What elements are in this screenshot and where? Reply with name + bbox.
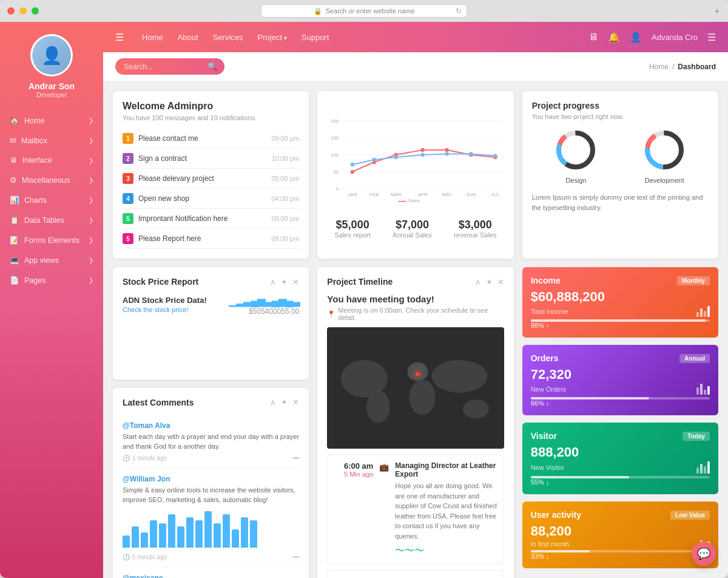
sidebar-label-home: Home	[24, 117, 44, 125]
new-tab-icon[interactable]: +	[715, 6, 720, 16]
sidebar-user-role: Developer	[36, 91, 67, 98]
search-box[interactable]: 🔍	[115, 58, 224, 75]
top-nav: ☰ Home About Services Project Support 🖥 …	[103, 22, 728, 52]
chevron-icon: ❯	[89, 137, 93, 144]
menu-icon[interactable]: ☰	[707, 32, 716, 43]
topnav-about[interactable]: About	[178, 33, 198, 42]
user-icon[interactable]: 👤	[630, 32, 642, 43]
topnav-home[interactable]: Home	[142, 33, 163, 42]
orders-trend: 66% ↓	[531, 399, 710, 407]
orders-bars	[696, 384, 710, 395]
sidebar-item-appviews[interactable]: 💻 App views ❯	[0, 250, 103, 270]
sidebar-item-forms[interactable]: 📝 Forms Elements ❯	[0, 230, 103, 250]
svg-point-27	[421, 153, 425, 157]
meeting-sub: 📍 Meeting is on 6:00am. Check your sched…	[327, 307, 504, 321]
sidebar-label-appviews: App views	[24, 256, 59, 265]
sales-stat-3: $3,000 revenue Sales	[454, 219, 496, 239]
comment-dots-1[interactable]: •••	[293, 455, 300, 461]
comment-author-2[interactable]: @William Jon	[123, 475, 170, 483]
monitor-icon[interactable]: 🖥	[588, 32, 598, 42]
svg-text:200: 200	[331, 118, 340, 124]
bar-mini	[159, 523, 166, 548]
url-icon: 🔒	[314, 7, 322, 15]
visitor-header: Visitor Today	[531, 431, 710, 441]
app-layout: 👤 Andrar Son Developer 🏠 Home ❯ ✉ Mailbo…	[0, 22, 728, 578]
refresh-icon[interactable]: ↻	[456, 7, 462, 15]
sidebar-item-pages[interactable]: 📄 Pages ❯	[0, 270, 103, 290]
url-bar[interactable]: 🔒 Search or enter website name ↻	[261, 4, 467, 18]
comment-author-3[interactable]: @mexicano	[123, 574, 163, 578]
wrench-icon[interactable]: ✦	[281, 398, 288, 407]
income-trend: 98% ↑	[531, 322, 710, 329]
notification-item: 5 Please Report here 09:00 pm	[123, 229, 299, 249]
topnav-username: Advanda Cro	[652, 33, 698, 42]
svg-text:FEB: FEB	[369, 192, 379, 197]
close-icon[interactable]: ✕	[497, 277, 504, 287]
svg-point-43	[366, 390, 389, 423]
comment-time-1: 🕐 1 minuts ago •••	[123, 455, 299, 461]
close-button[interactable]	[7, 7, 15, 15]
sidebar-label-misc: Miscellaneous	[22, 176, 70, 185]
chevron-up-icon[interactable]: ∧	[475, 277, 481, 287]
sidebar-item-mailbox[interactable]: ✉ Mailbox ❯	[0, 131, 103, 151]
bar-mini	[177, 526, 184, 548]
topnav-support[interactable]: Support	[302, 33, 329, 42]
breadcrumb-home[interactable]: Home	[649, 63, 669, 71]
sidebar-item-home[interactable]: 🏠 Home ❯	[0, 110, 103, 131]
stock-link[interactable]: Check the stock price!	[123, 306, 188, 313]
comment-text-2: Simple & easy online tools to increase t…	[123, 485, 299, 505]
visitor-trend: 55% ↓	[531, 478, 710, 486]
notification-item: 3 Please delevary project 05:00 pm	[123, 169, 299, 189]
wrench-icon[interactable]: ✦	[281, 277, 288, 287]
comments-title: Latest Comments	[123, 398, 194, 407]
orders-amount: 72,320	[531, 367, 710, 382]
notif-time: 04:00 pm	[271, 195, 299, 202]
development-donut-chart	[643, 129, 686, 171]
clock-icon-2: 🕐	[123, 554, 130, 560]
briefcase-icon: 💼	[379, 463, 389, 472]
comment-author-1[interactable]: @Toman Alva	[123, 421, 170, 430]
svg-point-29	[470, 152, 473, 155]
chevron-up-icon[interactable]: ∧	[270, 277, 276, 287]
sidebar-label-pages: Pages	[24, 276, 46, 285]
svg-text:MAY: MAY	[442, 192, 453, 197]
orders-card: Orders Annual 72,320 New Orders	[522, 345, 718, 415]
url-text: Search or enter website name	[326, 7, 415, 15]
search-input[interactable]	[124, 63, 203, 71]
mailbox-icon: ✉	[10, 136, 16, 145]
hamburger-icon[interactable]: ☰	[115, 32, 124, 43]
sales-card: 200 150 100 50 0 JAN FEB MAR APR MAY JUN	[317, 91, 513, 259]
chat-fab[interactable]: 💬	[692, 542, 716, 566]
notif-badge: 3	[123, 173, 133, 184]
sidebar-item-interface[interactable]: 🖥 Interface ❯	[0, 151, 103, 170]
maximize-button[interactable]	[32, 7, 39, 15]
svg-text:0: 0	[336, 186, 339, 192]
sidebar-label-datatables: Data Tables	[24, 216, 64, 225]
topnav-project[interactable]: Project	[258, 33, 287, 42]
topnav-links: Home About Services Project Support	[142, 33, 570, 42]
comment-dots-2[interactable]: •••	[293, 554, 300, 560]
appviews-icon: 💻	[10, 256, 19, 265]
sidebar-item-datatables[interactable]: 📋 Data Tables ❯	[0, 210, 103, 230]
wrench-icon[interactable]: ✦	[486, 277, 493, 287]
income-title: Income	[531, 276, 561, 285]
donut-development: Development	[643, 129, 686, 184]
sidebar-item-misc[interactable]: ⚙ Miscellaneous ❯	[0, 170, 103, 190]
close-icon[interactable]: ✕	[292, 277, 299, 287]
stock-info: ADN Stock Price Data! Check the stock pr…	[123, 294, 299, 316]
app-window: 🔒 Search or enter website name ↻ + 👤 And…	[0, 0, 728, 578]
minimize-button[interactable]	[19, 7, 27, 15]
chevron-up-icon[interactable]: ∧	[270, 398, 276, 407]
titlebar: 🔒 Search or enter website name ↻ +	[0, 0, 728, 22]
topnav-services[interactable]: Services	[213, 33, 243, 42]
sidebar-nav: 🏠 Home ❯ ✉ Mailbox ❯ 🖥 Interface	[0, 110, 103, 290]
sidebar-item-charts[interactable]: 📊 Charts ❯	[0, 190, 103, 210]
bell-icon[interactable]: 🔔	[608, 32, 620, 43]
bar-mini	[150, 520, 157, 548]
close-icon[interactable]: ✕	[292, 398, 299, 407]
breadcrumb-separator: /	[672, 63, 674, 71]
stock-title: Stock Price Report	[123, 277, 198, 287]
comment-item-2: @William Jon Simple & easy online tools …	[123, 468, 299, 567]
svg-text:Sales: Sales	[408, 198, 420, 203]
income-header: Income Monthly	[531, 276, 710, 285]
